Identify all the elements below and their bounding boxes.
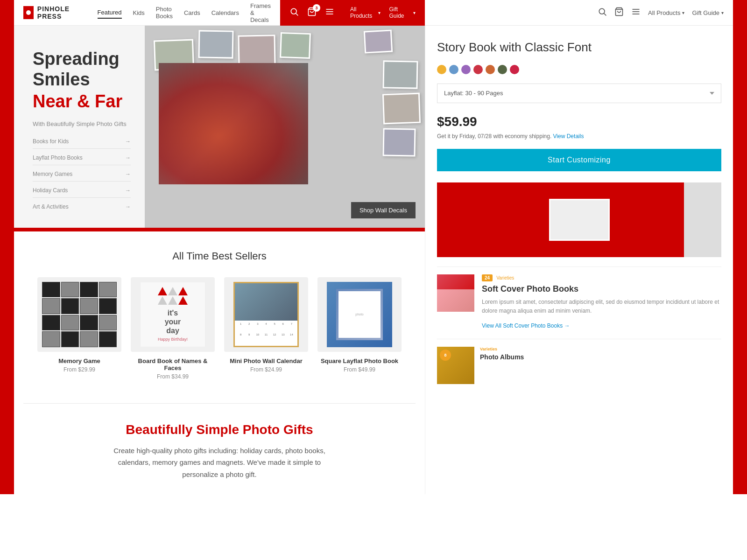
bestsellers-title: All Time Best Sellers: [23, 250, 416, 262]
variants-badge: 24: [482, 274, 493, 281]
header-center-red: 3 All Products ▾ Gift Guide ▾: [280, 0, 425, 26]
soft-cover-title: Soft Cover Photo Books: [482, 284, 721, 294]
product-price-square: From $49.99: [317, 366, 402, 373]
hero-text: Spreading Smiles Near & Far With Beautif…: [14, 26, 145, 228]
svg-line-7: [604, 13, 606, 15]
swatch-green[interactable]: [498, 65, 507, 74]
section-divider: [23, 403, 416, 404]
nav-all-products-center[interactable]: All Products ▾: [350, 6, 381, 19]
left-red-strip: [0, 0, 14, 494]
right-panel: Story Book with Classic Font Layflat: 30…: [425, 26, 733, 494]
cart-badge: 3: [313, 4, 320, 12]
arrow-icon-5: →: [125, 203, 131, 210]
nav-gift-guide-center[interactable]: Gift Guide ▾: [389, 6, 416, 19]
menu-icon-right[interactable]: [631, 7, 641, 19]
swatch-purple[interactable]: [461, 65, 471, 74]
color-swatches: [437, 65, 721, 74]
product-image-memory: [37, 277, 121, 352]
nav-all-products-right[interactable]: All Products ▾: [648, 9, 684, 16]
brand-name: PINHOLE PRESS: [37, 5, 84, 20]
gift-guide-label-right: Gift Guide: [692, 9, 719, 16]
birthday-card-visual: it'syourday Happy Birthday!: [140, 282, 205, 347]
chevron-down-icon-4: ▾: [721, 10, 724, 15]
main-content: Spreading Smiles Near & Far With Beautif…: [14, 26, 733, 494]
hero-image: Shop Wall Decals: [145, 26, 425, 228]
hero-headline-red: Near & Far: [33, 91, 131, 112]
hero-link-layflat[interactable]: Layflat Photo Books →: [33, 154, 131, 165]
search-icon-right[interactable]: [598, 7, 607, 19]
arrow-icon: →: [125, 138, 131, 145]
product-board-book[interactable]: it'syourday Happy Birthday! Board Book o…: [131, 277, 215, 380]
nav-item-kids[interactable]: Kids: [133, 7, 145, 18]
swatch-red-dark[interactable]: [473, 65, 483, 74]
product-mini-calendar[interactable]: 1 2 3 4 5 6 7 8 9 10: [224, 277, 308, 380]
product-image-calendar: 1 2 3 4 5 6 7 8 9 10: [224, 277, 308, 352]
product-price-memory: From $29.99: [37, 366, 121, 373]
square-book-visual: photo: [327, 282, 392, 347]
nav-item-cards[interactable]: Cards: [184, 7, 200, 18]
bottom-product-row: 8 Varieties Photo Albums: [437, 339, 721, 384]
arrow-icon-3: →: [125, 171, 131, 177]
nav-item-featured[interactable]: Featured: [98, 7, 122, 19]
product-name-board: Board Book of Names & Faces: [131, 357, 215, 371]
logo-icon: [23, 6, 34, 19]
product-price-board: From $34.99: [131, 373, 215, 380]
chevron-down-icon: ▾: [378, 10, 381, 15]
swatch-blue[interactable]: [449, 65, 458, 74]
soft-cover-product-row: 24 Varieties Soft Cover Photo Books Lore…: [437, 266, 721, 329]
product-name-memory: Memory Game: [37, 357, 121, 364]
bestsellers-section: All Time Best Sellers: [14, 231, 425, 399]
header: PINHOLE PRESS Featured Kids Photo Books …: [14, 0, 733, 26]
cart-icon-right[interactable]: [614, 7, 624, 19]
logo[interactable]: PINHOLE PRESS: [23, 5, 84, 20]
swatch-crimson[interactable]: [510, 65, 519, 74]
right-bottom-section: 24 Varieties Soft Cover Photo Books Lore…: [437, 266, 721, 329]
nav-item-calendars[interactable]: Calendars: [211, 7, 239, 18]
hero-links: Books for Kids → Layflat Photo Books → M…: [33, 138, 131, 214]
gift-guide-label: Gift Guide: [389, 6, 411, 19]
nav-gift-guide-right[interactable]: Gift Guide ▾: [692, 9, 724, 16]
hero-link-memory[interactable]: Memory Games →: [33, 171, 131, 182]
cart-icon[interactable]: 3: [307, 7, 317, 19]
products-grid: Memory Game From $29.99: [23, 277, 416, 380]
header-left: PINHOLE PRESS Featured Kids Photo Books …: [14, 0, 280, 25]
hero-section: Spreading Smiles Near & Far With Beautif…: [14, 26, 425, 228]
view-details-link[interactable]: View Details: [553, 133, 584, 140]
start-customizing-button[interactable]: Start Customizing: [437, 149, 721, 171]
hero-link-holiday[interactable]: Holiday Cards →: [33, 187, 131, 198]
swatch-gold[interactable]: [437, 65, 446, 74]
main-left: Spreading Smiles Near & Far With Beautif…: [14, 26, 425, 494]
hero-link-books[interactable]: Books for Kids →: [33, 138, 131, 149]
mini-calendar-visual: 1 2 3 4 5 6 7 8 9 10: [233, 282, 299, 347]
hero-link-art[interactable]: Art & Activities →: [33, 203, 131, 214]
right-red-strip: [733, 0, 747, 494]
product-image-square: photo: [317, 277, 402, 352]
varieties-label: Varieties: [496, 275, 514, 280]
svg-line-1: [296, 13, 298, 15]
pages-dropdown[interactable]: Layflat: 30 - 90 Pages: [437, 84, 721, 103]
product-name-square: Square Layflat Photo Book: [317, 357, 402, 364]
product-image-board: it'syourday Happy Birthday!: [131, 277, 215, 352]
main-nav: Featured Kids Photo Books Cards Calendar…: [98, 0, 271, 25]
arrow-icon-4: →: [125, 187, 131, 194]
swatch-orange[interactable]: [486, 65, 495, 74]
menu-icon[interactable]: [325, 7, 334, 19]
header-right: All Products ▾ Gift Guide ▾: [425, 7, 733, 19]
bottom-badge: 8: [440, 350, 451, 361]
svg-point-6: [599, 8, 605, 14]
product-memory-game[interactable]: Memory Game From $29.99: [37, 277, 121, 380]
chevron-down-icon-2: ▾: [413, 10, 416, 15]
bottom-product-info: Varieties Photo Albums: [480, 347, 524, 384]
shop-wall-decals-button[interactable]: Shop Wall Decals: [351, 202, 416, 218]
nav-item-photo-books[interactable]: Photo Books: [156, 4, 173, 21]
search-icon[interactable]: [289, 7, 299, 19]
photo-gifts-description: Create high-quality photo gifts includin…: [103, 445, 336, 481]
product-price-calendar: From $24.99: [224, 366, 308, 373]
product-square-book[interactable]: photo Square Layflat Photo Book From $49…: [317, 277, 402, 380]
nav-item-frames-decals[interactable]: Frames & Decals: [250, 0, 271, 25]
chevron-down-icon-3: ▾: [682, 10, 684, 15]
delivery-info: Get it by Friday, 07/28 with economy shi…: [437, 133, 721, 140]
product-title: Story Book with Classic Font: [437, 40, 721, 56]
view-all-soft-cover-link[interactable]: View All Soft Cover Photo Books →: [482, 322, 570, 329]
hero-subtitle: With Beautifully Simple Photo Gifts: [33, 119, 131, 129]
